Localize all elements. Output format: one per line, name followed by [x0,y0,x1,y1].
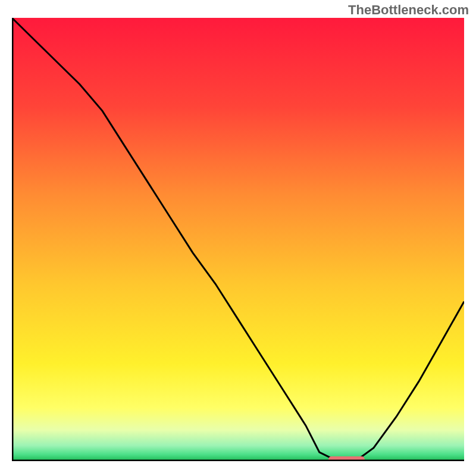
curve-layer [12,18,464,461]
bottleneck-curve [12,18,464,461]
watermark-text: TheBottleneck.com [348,2,469,18]
plot-area [12,18,464,461]
